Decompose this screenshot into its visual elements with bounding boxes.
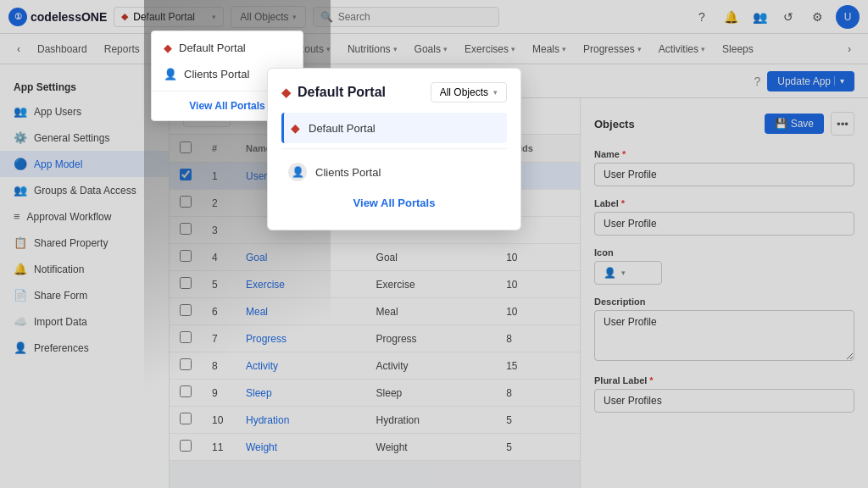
big-dropdown-diamond-icon: ◆ [281,86,291,99]
big-dropdown-divider [281,148,507,149]
big-dropdown-clients-user-icon: 👤 [288,163,307,181]
all-objects-dropdown-arrow: ▾ [493,88,498,97]
default-portal-diamond-icon: ◆ [164,42,172,54]
big-dropdown[interactable]: ◆ Default Portal All Objects ▾ ◆ Default… [267,68,521,230]
big-dropdown-item-clients[interactable]: 👤 Clients Portal [281,154,507,190]
big-dropdown-default-diamond-icon: ◆ [291,121,300,135]
view-all-portals-link[interactable]: View All Portals [353,197,436,209]
all-objects-dropdown[interactable]: All Objects ▾ [431,82,507,103]
portal-menu-item-default[interactable]: ◆ Default Portal [152,35,303,61]
portal-menu-default-label: Default Portal [179,42,246,54]
big-dropdown-header: ◆ Default Portal All Objects ▾ [281,82,507,103]
portal-menu-clients-label: Clients Portal [184,68,249,80]
big-dropdown-item-default[interactable]: ◆ Default Portal [281,113,507,143]
big-dropdown-title: ◆ Default Portal [281,85,386,100]
clients-portal-user-icon: 👤 [164,68,177,80]
big-dropdown-footer: View All Portals [281,190,507,216]
